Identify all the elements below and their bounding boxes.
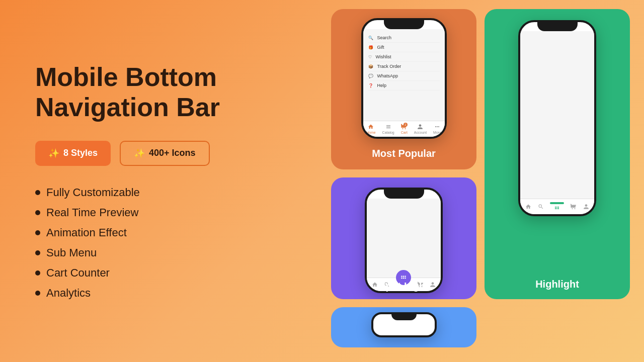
menu-item: ♡ Wishlist <box>368 52 440 62</box>
nav-more: More <box>433 124 441 134</box>
menu-list: 🔍 Search 🎁 Gift ♡ Wishlist 📦 <box>363 29 445 121</box>
feature-cart: Cart Counter <box>35 266 287 280</box>
left-panel: Mobile Bottom Navigation Bar ✨ 8 Styles … <box>0 0 322 362</box>
phone-screen-highlight <box>520 31 594 199</box>
phone-screen-popular: 🔍 Search 🎁 Gift ♡ Wishlist 📦 <box>363 29 445 137</box>
bullet-icon <box>35 270 40 276</box>
nav-account-label: Account <box>414 131 427 134</box>
styles-badge-label: 8 Styles <box>63 148 98 158</box>
page-title: Mobile Bottom Navigation Bar <box>35 62 287 123</box>
menu-whatsapp-label: WhatsApp <box>377 73 398 78</box>
feature-analytics: Analytics <box>35 287 287 300</box>
feature-customizable-label: Fully Customizable <box>46 186 140 199</box>
phone-notch-blue <box>391 314 417 320</box>
card-popular: 🔍 Search 🎁 Gift ♡ Wishlist 📦 <box>331 9 476 169</box>
nav-home: Home <box>366 124 376 134</box>
styles-badge[interactable]: ✨ 8 Styles <box>35 141 111 166</box>
menu-wishlist-label: Wishlist <box>376 54 391 59</box>
card-blue <box>331 307 476 347</box>
wishlist-icon: ♡ <box>368 55 372 59</box>
icons-badge[interactable]: ✨ 400+ Icons <box>120 141 210 166</box>
bottom-nav-popular: Home Catalog 2 Cart A <box>363 121 445 137</box>
nav-account: Account <box>414 124 427 134</box>
feature-animation-label: Animation Effect <box>46 226 127 239</box>
card-highlight: Highlight <box>485 9 630 299</box>
bottom-nav-highlight <box>520 199 594 214</box>
phone-notch-highlight <box>537 22 578 31</box>
nav-home-highlight <box>525 204 531 210</box>
highlight-bar <box>550 202 564 204</box>
help-icon: ❓ <box>368 83 373 88</box>
menu-gift-label: Gift <box>377 45 384 50</box>
phone-notch-spotlight <box>384 190 424 199</box>
nav-cart-label: Cart <box>401 131 408 134</box>
search-icon: 🔍 <box>368 36 373 40</box>
menu-item: 🔍 Search <box>368 33 440 43</box>
bullet-icon <box>35 291 40 296</box>
menu-item: ❓ Help <box>368 81 440 90</box>
menu-help-label: Help <box>377 83 387 88</box>
gift-icon: 🎁 <box>368 45 373 50</box>
nav-search-highlight <box>538 204 544 210</box>
feature-customizable: Fully Customizable <box>35 186 287 199</box>
nav-more-label: More <box>433 131 441 134</box>
feature-realtime-label: Real Time Preview <box>46 206 138 219</box>
track-icon: 📦 <box>368 64 373 69</box>
bullet-icon <box>35 230 40 235</box>
card-popular-label: Most Popular <box>372 148 436 159</box>
nav-catalog: Catalog <box>382 124 394 134</box>
phone-screen-spotlight <box>367 199 441 278</box>
icons-badge-label: 400+ Icons <box>149 148 196 158</box>
card-spotlight-inner: Spot Light <box>365 177 443 299</box>
nav-cart: 2 Cart <box>401 124 408 134</box>
right-panel: 🔍 Search 🎁 Gift ♡ Wishlist 📦 <box>322 0 644 362</box>
card-blue-inner <box>331 307 476 347</box>
feature-submenu-label: Sub Menu <box>46 246 97 259</box>
nav-browse-highlight-active <box>550 202 564 211</box>
bullet-icon <box>35 210 40 215</box>
nav-home-label: Home <box>366 131 376 134</box>
feature-cart-label: Cart Counter <box>46 266 110 280</box>
nav-account-highlight <box>583 204 589 210</box>
feature-submenu: Sub Menu <box>35 246 287 259</box>
card-highlight-inner: Highlight <box>518 9 596 299</box>
whatsapp-icon: 💬 <box>368 74 373 78</box>
styles-badge-icon: ✨ <box>48 148 59 159</box>
phone-blue <box>371 312 437 337</box>
menu-item: 💬 WhatsApp <box>368 71 440 81</box>
card-highlight-label: Highlight <box>535 279 579 290</box>
phone-notch <box>384 20 424 29</box>
feature-analytics-label: Analytics <box>46 287 91 300</box>
feature-realtime: Real Time Preview <box>35 206 287 219</box>
menu-search-label: Search <box>377 35 392 40</box>
phone-popular: 🔍 Search 🎁 Gift ♡ Wishlist 📦 <box>361 18 447 139</box>
card-spotlight: Spot Light <box>331 177 476 299</box>
menu-item: 📦 Track Order <box>368 62 440 71</box>
bullet-icon <box>35 190 40 195</box>
nav-catalog-label: Catalog <box>382 131 394 134</box>
phone-highlight <box>518 20 596 216</box>
cart-badge: 2 <box>404 123 408 127</box>
menu-item: 🎁 Gift <box>368 43 440 52</box>
phone-spotlight <box>365 188 443 293</box>
menu-track-label: Track Order <box>377 64 401 69</box>
nav-profile-spotlight <box>430 282 436 288</box>
bullet-icon <box>35 250 40 255</box>
icons-badge-icon: ✨ <box>134 148 145 159</box>
badges-container: ✨ 8 Styles ✨ 400+ Icons <box>35 141 287 166</box>
feature-animation: Animation Effect <box>35 226 287 239</box>
card-popular-inner: 🔍 Search 🎁 Gift ♡ Wishlist 📦 <box>361 9 447 169</box>
card-spotlight-label: Spot Light <box>379 281 429 292</box>
nav-cart-highlight <box>571 204 577 210</box>
feature-list: Fully Customizable Real Time Preview Ani… <box>35 186 287 300</box>
nav-home-spotlight <box>372 282 378 288</box>
